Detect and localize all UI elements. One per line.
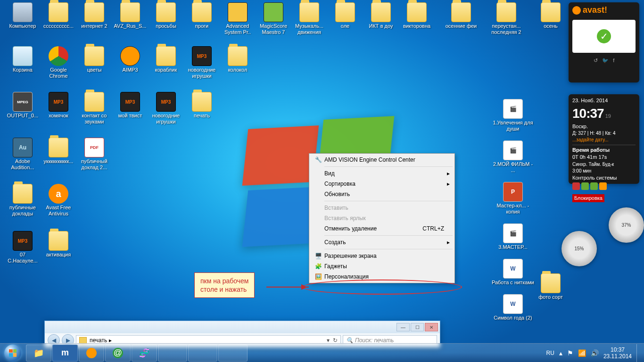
- annotation-callout: пкм на рабочем столе и нажать: [194, 272, 255, 298]
- taskbar-explorer[interactable]: 📁: [26, 345, 51, 362]
- folder-ikt[interactable]: ИКТ в доу: [363, 2, 399, 29]
- window-titlebar[interactable]: — ☐ ✕: [45, 321, 440, 333]
- chrome-icon[interactable]: Google Chrome: [41, 46, 76, 79]
- taskbar-mailru[interactable]: @: [105, 345, 131, 362]
- pdf-doklad[interactable]: PDFпубличный доклад 2...: [76, 138, 112, 171]
- tray-clock[interactable]: 10:37 23.11.2014: [603, 346, 632, 360]
- mp3-moitvist[interactable]: MP3мой твист: [112, 92, 148, 119]
- app-magicscore[interactable]: MagicScore Maestro 7: [256, 2, 291, 35]
- chevron-right-icon: ▸: [447, 170, 450, 177]
- tray-network-icon[interactable]: 📶: [578, 349, 586, 357]
- file-moifilm[interactable]: 🎬2.МОЙ ФИЛЬМ - ...: [490, 140, 536, 173]
- folder-aktiv[interactable]: активация: [41, 231, 76, 258]
- folder-muzyk[interactable]: Музыкаль... движения: [291, 2, 327, 35]
- clock-gadget[interactable]: 23. Нояб. 2014 10:37 19 Воскр. Д: 327 | …: [569, 94, 639, 184]
- ctx-gadgets[interactable]: 🧩Гаджеты: [310, 261, 454, 272]
- folder-pechat[interactable]: печать: [184, 92, 220, 119]
- close-button[interactable]: ✕: [425, 323, 438, 331]
- taskbar-aimp[interactable]: [79, 345, 104, 362]
- minimize-button[interactable]: —: [396, 323, 410, 331]
- file-master-copy[interactable]: PМастер-кл... - копия: [490, 182, 536, 215]
- search-icon: 🔍: [346, 337, 353, 344]
- mp3-ng-toys[interactable]: MP3новогодние игрушки: [184, 46, 220, 79]
- folder-ole[interactable]: оле: [327, 2, 363, 29]
- monitor-icon: 🖥️: [312, 253, 324, 259]
- folder-osen[interactable]: осень: [533, 2, 569, 29]
- taskbar-tab2[interactable]: [188, 345, 217, 362]
- personalize-icon: 🖼️: [312, 273, 324, 280]
- folder-osfei[interactable]: осенние феи: [443, 2, 479, 29]
- folder-pubdok[interactable]: публичные доклады: [5, 184, 41, 217]
- folder-cvety[interactable]: цветы: [76, 46, 112, 73]
- annotation-arrow: [266, 287, 309, 288]
- taskbar-tab1[interactable]: [158, 345, 187, 362]
- ctx-paste: Вставить: [310, 203, 454, 213]
- ctx-new[interactable]: Создать▸: [310, 237, 454, 247]
- taskbar-app5[interactable]: 🧬: [132, 345, 157, 362]
- folder-kontakt[interactable]: контакт со звуками: [76, 92, 112, 125]
- tray-volume-icon[interactable]: 🔊: [591, 349, 599, 357]
- folder-ukk[interactable]: укккккккккк...: [41, 138, 76, 165]
- computer-icon[interactable]: Компьютер: [5, 2, 41, 29]
- file-master3[interactable]: 🎬3.МАСТЕР...: [490, 223, 536, 250]
- ctx-refresh[interactable]: Обновить: [310, 189, 454, 199]
- avast-gadget[interactable]: avast! ✓ ↺ 🐦 f: [569, 2, 639, 82]
- start-button[interactable]: [0, 344, 25, 362]
- file-simvol[interactable]: WСимвол года (2): [490, 294, 536, 321]
- taskbar[interactable]: 📁 m @ 🧬 RU ▴ ⚑ 📶 🔊 10:37 23.11.2014: [0, 343, 644, 362]
- folder-internet2[interactable]: интернет 2: [76, 2, 112, 29]
- ctx-undo[interactable]: Отменить удалениеCTRL+Z: [310, 223, 454, 234]
- app-asp[interactable]: Advanced System Pr..: [220, 2, 256, 35]
- mp3-homyak[interactable]: MP3хомячок: [41, 92, 76, 119]
- file-rabota[interactable]: WРабота с нитками: [490, 259, 536, 286]
- ctx-personalize[interactable]: 🖼️Персонализация: [310, 272, 454, 282]
- folder-viktor[interactable]: викторовна: [399, 2, 435, 29]
- folder-avz[interactable]: AVZ_Rus_S...: [112, 2, 148, 29]
- cpu-meter-gadget[interactable]: 37%: [609, 207, 644, 243]
- folder-sss[interactable]: сссссссссс...: [41, 2, 76, 29]
- amd-icon: 🔧: [312, 156, 324, 163]
- gadgets-icon: 🧩: [312, 263, 324, 270]
- mp3-ng-toys2[interactable]: MP3новогодние игрушки: [148, 92, 184, 125]
- ctx-sort[interactable]: Сортировка▸: [310, 179, 454, 189]
- app-avast[interactable]: aAvast Free Antivirus: [41, 184, 76, 217]
- mp3-07[interactable]: MP307 С.Насауле...: [5, 231, 41, 264]
- maximize-button[interactable]: ☐: [411, 323, 424, 331]
- folder-fotosort[interactable]: фото сорт: [533, 273, 569, 300]
- tray-flag-icon[interactable]: ⚑: [567, 349, 573, 357]
- folder-icon: [79, 337, 87, 344]
- file-output[interactable]: MPEGOUTPUT_0...: [5, 92, 41, 119]
- language-indicator[interactable]: RU: [546, 350, 554, 356]
- folder-prosby[interactable]: просьбы: [148, 2, 184, 29]
- folder-pereust[interactable]: переустан... последняя 2: [488, 2, 524, 35]
- desktop-right-column: 🎬1.Увлечения для души 🎬2.МОЙ ФИЛЬМ - ...…: [490, 99, 536, 329]
- ctx-paste-shortcut: Вставить ярлык: [310, 213, 454, 223]
- check-icon: ✓: [597, 29, 611, 43]
- system-tray[interactable]: RU ▴ ⚑ 📶 🔊 10:37 23.11.2014: [543, 344, 644, 362]
- gadget-buttons-row[interactable]: [572, 182, 636, 192]
- ram-meter-gadget[interactable]: 15%: [561, 231, 597, 266]
- show-desktop-button[interactable]: [636, 344, 640, 362]
- ctx-view[interactable]: Вид▸: [310, 168, 454, 179]
- taskbar-maxthon[interactable]: m: [52, 345, 78, 362]
- folder-progi[interactable]: проги: [184, 2, 220, 29]
- ctx-resolution[interactable]: 🖥️Разрешение экрана: [310, 251, 454, 261]
- tray-chevron-up-icon[interactable]: ▴: [559, 349, 562, 357]
- file-uvlech[interactable]: 🎬1.Увлечения для души: [490, 99, 536, 132]
- recycle-bin[interactable]: Корзина: [5, 46, 41, 73]
- desktop-context-menu: 🔧AMD VISION Engine Control Center Вид▸ С…: [309, 153, 455, 283]
- folder-kolokol[interactable]: колокол: [220, 46, 256, 73]
- folder-korablik[interactable]: кораблик: [148, 46, 184, 73]
- taskbar-tab3[interactable]: [218, 345, 248, 362]
- ctx-amd[interactable]: 🔧AMD VISION Engine Control Center: [310, 155, 454, 165]
- app-audition[interactable]: AuAdobe Audition...: [5, 138, 41, 171]
- app-aimp[interactable]: AIMP3: [112, 46, 148, 73]
